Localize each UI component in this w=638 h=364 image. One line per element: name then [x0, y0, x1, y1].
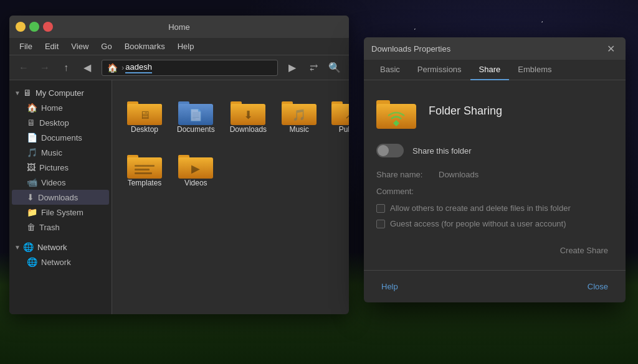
- nav-left-button[interactable]: ◀: [78, 59, 97, 77]
- location-path: aadesh: [125, 62, 152, 73]
- nav-right-icon: ▶: [288, 62, 296, 73]
- sidebar-label-music: Music: [41, 148, 62, 157]
- home-icon: 🏠: [27, 103, 37, 113]
- dialog-content: Folder Sharing Share this folder Share n…: [364, 80, 626, 270]
- main-area: ▼ 🖥 My Computer 🏠 Home 🖥 Desktop 📄 Docum…: [9, 80, 349, 314]
- sidebar-item-network[interactable]: 🌐 Network: [12, 254, 109, 269]
- sidebar-item-pictures[interactable]: 🖼 Pictures: [12, 160, 109, 175]
- titlebar: Home: [9, 16, 349, 38]
- back-button[interactable]: ←: [14, 59, 33, 77]
- sidebar-label-desktop: Desktop: [39, 118, 69, 128]
- network-label: Network: [37, 243, 67, 252]
- share-folder-icon: [376, 93, 416, 129]
- close-button[interactable]: [43, 22, 53, 32]
- dialog-close-button[interactable]: ✕: [603, 41, 618, 56]
- dialog-title: Downloads Properties: [371, 44, 450, 54]
- maximize-button[interactable]: [29, 22, 39, 32]
- file-item-documents[interactable]: 📄 Documents: [172, 90, 220, 139]
- comment-label: Comment:: [376, 187, 432, 196]
- file-label-music: Music: [289, 125, 308, 134]
- allow-create-delete-label: Allow others to create and delete files …: [390, 203, 571, 213]
- svg-text:🎵: 🎵: [292, 108, 307, 122]
- sidebar-item-filesystem[interactable]: 📁 File System: [12, 205, 109, 220]
- tab-basic[interactable]: Basic: [371, 60, 409, 80]
- file-item-videos[interactable]: ▶ Videos: [172, 144, 220, 192]
- templates-folder-icon: [127, 149, 162, 179]
- sidebar-section-network[interactable]: ▼ 🌐 Network: [9, 240, 112, 254]
- file-label-videos: Videos: [184, 179, 207, 187]
- file-grid: 🖥 Desktop 📄 Documents: [112, 80, 349, 314]
- file-item-desktop[interactable]: 🖥 Desktop: [122, 90, 167, 139]
- filesystem-icon: 📁: [27, 207, 37, 217]
- menu-view[interactable]: View: [66, 40, 93, 52]
- create-share-area: Create Share: [376, 243, 613, 258]
- sidebar-label-home: Home: [41, 103, 63, 113]
- menubar: File Edit View Go Bookmarks Help: [9, 38, 349, 55]
- file-item-templates[interactable]: Templates: [122, 144, 167, 192]
- nav-right-button[interactable]: ▶: [283, 59, 302, 77]
- tab-emblems[interactable]: Emblems: [509, 60, 560, 80]
- minimize-button[interactable]: [16, 22, 26, 32]
- share-folder-toggle[interactable]: [376, 144, 404, 157]
- downloads-folder-icon: ⬇: [231, 95, 265, 125]
- comment-row: Comment:: [376, 187, 613, 196]
- sidebar-label-videos: Videos: [41, 178, 66, 187]
- sidebar-item-downloads[interactable]: ⬇ Downloads: [12, 190, 109, 205]
- guest-access-checkbox[interactable]: [376, 220, 385, 228]
- menu-help[interactable]: Help: [173, 40, 199, 52]
- file-item-music[interactable]: 🎵 Music: [277, 90, 321, 139]
- menu-bookmarks[interactable]: Bookmarks: [120, 40, 170, 52]
- search-button[interactable]: 🔍: [325, 59, 344, 77]
- allow-create-delete-checkbox[interactable]: [376, 204, 385, 213]
- svg-text:▶: ▶: [191, 162, 200, 175]
- up-icon: ↑: [64, 62, 69, 73]
- svg-text:⬇: ⬇: [244, 109, 253, 121]
- file-item-public[interactable]: ↗ Public: [326, 90, 349, 139]
- network-collapse-icon: ▼: [14, 244, 21, 251]
- share-name-label: Share name:: [376, 170, 432, 179]
- svg-rect-19: [135, 169, 150, 170]
- desktop-folder-icon: 🖥: [127, 95, 162, 125]
- menu-file[interactable]: File: [14, 40, 37, 52]
- expand-button[interactable]: ⥂: [304, 59, 323, 77]
- back-icon: ←: [19, 62, 29, 73]
- toggle-knob: [378, 145, 389, 156]
- sidebar-item-documents[interactable]: 📄 Documents: [12, 130, 109, 145]
- music-folder-icon: 🎵: [282, 95, 317, 125]
- forward-button[interactable]: →: [36, 59, 54, 77]
- file-label-documents: Documents: [177, 125, 215, 134]
- location-bar[interactable]: 🏠 › aadesh: [102, 60, 278, 76]
- close-dialog-button[interactable]: Close: [583, 279, 613, 294]
- tab-share[interactable]: Share: [470, 60, 510, 80]
- sidebar-item-music[interactable]: 🎵 Music: [12, 145, 109, 160]
- chevron-icon: ›: [121, 63, 124, 72]
- expand-icon: ⥂: [310, 62, 318, 73]
- menu-go[interactable]: Go: [96, 40, 117, 52]
- sidebar: ▼ 🖥 My Computer 🏠 Home 🖥 Desktop 📄 Docum…: [9, 80, 112, 314]
- up-button[interactable]: ↑: [57, 59, 75, 77]
- file-manager-window: Home File Edit View Go Bookmarks Help ← …: [9, 16, 349, 314]
- help-button[interactable]: Help: [376, 279, 403, 294]
- sidebar-item-home[interactable]: 🏠 Home: [12, 100, 109, 115]
- music-icon: 🎵: [27, 147, 37, 157]
- dialog-titlebar: Downloads Properties ✕: [364, 37, 626, 60]
- sidebar-section-my-computer[interactable]: ▼ 🖥 My Computer: [9, 85, 112, 100]
- create-share-button[interactable]: Create Share: [555, 243, 613, 258]
- checkbox-row-2: Guest access (for people without a user …: [376, 219, 613, 228]
- sidebar-item-trash[interactable]: 🗑 Trash: [12, 220, 109, 235]
- sidebar-label-filesystem: File System: [41, 208, 83, 217]
- dialog-footer: Help Close: [364, 270, 626, 302]
- sidebar-item-videos[interactable]: 📹 Videos: [12, 175, 109, 190]
- tab-permissions[interactable]: Permissions: [409, 60, 470, 80]
- checkbox-row-1: Allow others to create and delete files …: [376, 203, 613, 213]
- share-toggle-row: Share this folder: [376, 144, 613, 157]
- file-item-downloads[interactable]: ⬇ Downloads: [225, 90, 272, 139]
- menu-edit[interactable]: Edit: [40, 40, 64, 52]
- public-folder-icon: ↗: [331, 95, 349, 125]
- svg-rect-18: [135, 165, 155, 167]
- sidebar-item-desktop[interactable]: 🖥 Desktop: [12, 115, 109, 130]
- sidebar-label-network: Network: [41, 258, 71, 267]
- dialog-close-icon: ✕: [607, 43, 615, 55]
- documents-folder-icon: 📄: [178, 95, 213, 125]
- my-computer-label: My Computer: [36, 88, 84, 98]
